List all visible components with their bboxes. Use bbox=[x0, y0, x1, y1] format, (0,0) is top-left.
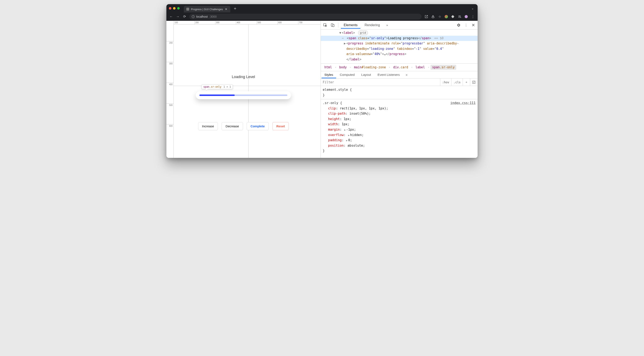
svg-rect-4 bbox=[332, 24, 334, 27]
devtools-tabs: Elements Rendering » ⋮ ✕ bbox=[321, 21, 478, 30]
reading-list-icon[interactable] bbox=[458, 15, 462, 19]
inspect-element-icon[interactable] bbox=[322, 22, 328, 28]
open-external-icon[interactable] bbox=[424, 15, 428, 19]
minimize-window-button[interactable] bbox=[173, 7, 176, 10]
breadcrumb-item[interactable]: body bbox=[338, 65, 348, 70]
page-preview: 100200300400500600700 200300400500600 Lo… bbox=[166, 21, 320, 158]
css-declaration[interactable]: height: 1px; bbox=[323, 116, 476, 122]
ruler-tick: 100 bbox=[174, 21, 194, 24]
css-declaration[interactable]: position: absolute; bbox=[323, 143, 476, 148]
dom-node-progress[interactable]: ▶<progress indeterminate role="progressb… bbox=[321, 41, 478, 46]
devtools-menu-icon[interactable]: ⋮ bbox=[463, 22, 469, 28]
cls-toggle[interactable]: .cls bbox=[451, 79, 463, 86]
zoom-window-button[interactable] bbox=[177, 7, 180, 10]
progress-bar bbox=[200, 94, 287, 96]
breadcrumb-item[interactable]: div.card bbox=[392, 65, 410, 70]
url-bar[interactable]: i localhost:3000 bbox=[189, 14, 422, 20]
ruler-tick: 500 bbox=[166, 103, 174, 124]
tabs-overflow-icon[interactable]: » bbox=[384, 22, 390, 28]
hov-toggle[interactable]: :hov bbox=[440, 79, 452, 86]
tab-event-listeners[interactable]: Event Listeners bbox=[375, 71, 403, 78]
styles-body[interactable]: element.style { } index.css:111 .sr-only… bbox=[321, 86, 478, 158]
page-heading: Loading Level bbox=[196, 75, 291, 79]
dom-tree[interactable]: ▼<label> grid <span class="sr-only">Load… bbox=[321, 30, 478, 63]
computed-styles-toggle-icon[interactable] bbox=[470, 79, 478, 86]
browser-menu-button[interactable]: ⋮ bbox=[471, 15, 475, 19]
tooltip-dimensions: 1 × 1 bbox=[224, 85, 231, 88]
ruler-tick: 600 bbox=[166, 124, 174, 145]
close-tab-button[interactable]: ✕ bbox=[224, 8, 228, 11]
breadcrumb-item[interactable]: html bbox=[323, 65, 334, 70]
rule-source-link[interactable]: index.css:111 bbox=[450, 101, 476, 106]
tab-styles[interactable]: Styles bbox=[322, 71, 336, 78]
new-tab-button[interactable]: ＋ bbox=[232, 6, 238, 11]
decrease-button[interactable]: Decrease bbox=[222, 122, 243, 130]
devtools-close-button[interactable]: ✕ bbox=[470, 23, 476, 28]
css-declaration[interactable]: clip-path: inset(50%); bbox=[323, 111, 476, 116]
device-toolbar-icon[interactable] bbox=[330, 22, 336, 28]
dom-node-label[interactable]: ▼<label> grid bbox=[321, 30, 478, 36]
css-declaration[interactable]: padding: ▶0; bbox=[323, 138, 476, 143]
grid-badge[interactable]: grid bbox=[358, 31, 368, 35]
dom-node-progress-end[interactable]: ▶aria-valuenow="40%">…</progress> bbox=[321, 52, 478, 57]
progress-card bbox=[196, 91, 291, 99]
dom-node-progress-cont[interactable]: ▶describedby="loading-zone" tabindex="-1… bbox=[321, 46, 478, 52]
ruler-vertical: 200300400500600 bbox=[166, 25, 174, 158]
share-icon[interactable] bbox=[431, 15, 435, 19]
url-port: :3000 bbox=[209, 15, 216, 18]
increase-button[interactable]: Increase bbox=[198, 122, 218, 130]
ruler-tick: 600 bbox=[278, 21, 298, 24]
ruler-tick: 200 bbox=[194, 21, 215, 24]
browser-toolbar: ← → ⟳ i localhost:3000 ☆ ⋮ bbox=[166, 13, 478, 21]
back-button[interactable]: ← bbox=[169, 15, 173, 19]
window-controls bbox=[169, 4, 180, 13]
breadcrumb-item[interactable]: main#loading-zone bbox=[352, 65, 388, 70]
browser-tab[interactable]: Progress | GUI Challenges ✕ bbox=[184, 6, 230, 13]
forward-button[interactable]: → bbox=[176, 15, 180, 19]
dom-node-label-close[interactable]: ▶</label> bbox=[321, 57, 478, 62]
tab-layout[interactable]: Layout bbox=[358, 71, 374, 78]
progress-fill bbox=[200, 94, 235, 96]
styles-tabs: Styles Computed Layout Event Listeners » bbox=[321, 71, 478, 79]
settings-gear-icon[interactable] bbox=[456, 22, 462, 28]
styles-toolbar: :hov .cls ＋ bbox=[321, 79, 478, 86]
reload-button[interactable]: ⟳ bbox=[182, 15, 186, 19]
dom-breadcrumbs[interactable]: html›body›main#loading-zone›div.card›lab… bbox=[321, 63, 478, 71]
tabs-overflow-button[interactable]: ⌄ bbox=[472, 7, 475, 10]
breadcrumb-item[interactable]: span.sr-only bbox=[430, 65, 456, 70]
site-info-icon[interactable]: i bbox=[192, 15, 194, 18]
tooltip-class: .sr-only bbox=[209, 85, 222, 88]
ruler-tick: 700 bbox=[298, 21, 319, 24]
tab-computed[interactable]: Computed bbox=[337, 71, 358, 78]
styles-tabs-overflow-icon[interactable]: » bbox=[404, 72, 410, 78]
tab-rendering[interactable]: Rendering bbox=[362, 22, 383, 29]
ruler-horizontal: 100200300400500600700 bbox=[174, 21, 320, 25]
reset-button[interactable]: Reset bbox=[272, 122, 289, 130]
dom-node-span-selected[interactable]: <span class="sr-only">Loading progress</… bbox=[321, 36, 478, 41]
favicon-icon bbox=[186, 8, 189, 11]
close-window-button[interactable] bbox=[169, 7, 171, 10]
inspect-tooltip: span.sr-only 1 × 1 bbox=[202, 85, 233, 89]
ruler-tick: 400 bbox=[166, 83, 174, 103]
css-rule[interactable]: index.css:111 .sr-only { clip: rect(1px,… bbox=[323, 101, 476, 154]
tab-title: Progress | GUI Challenges bbox=[191, 8, 223, 11]
css-declaration[interactable]: margin: ▶-1px; bbox=[323, 127, 476, 132]
extensions-icon[interactable] bbox=[451, 15, 455, 19]
element-style-rule[interactable]: element.style { bbox=[323, 87, 476, 93]
ruler-tick: 400 bbox=[236, 21, 257, 24]
tooltip-tag: span bbox=[203, 85, 209, 88]
styles-filter-input[interactable] bbox=[321, 80, 440, 84]
css-declaration[interactable]: overflow: ▶hidden; bbox=[323, 132, 476, 138]
tab-elements[interactable]: Elements bbox=[341, 22, 360, 29]
css-declaration[interactable]: clip: rect(1px, 1px, 1px, 1px); bbox=[323, 106, 476, 111]
url-host: localhost bbox=[196, 15, 208, 18]
breadcrumb-item[interactable]: label bbox=[414, 65, 426, 70]
profile-avatar-icon[interactable] bbox=[464, 15, 468, 19]
complete-button[interactable]: Complete bbox=[247, 122, 269, 130]
extension-badge-icon[interactable] bbox=[444, 15, 448, 19]
css-declaration[interactable]: width: 1px; bbox=[323, 122, 476, 127]
browser-window: Progress | GUI Challenges ✕ ＋ ⌄ ← → ⟳ i … bbox=[166, 4, 478, 158]
bookmark-star-icon[interactable]: ☆ bbox=[438, 15, 442, 19]
svg-point-1 bbox=[465, 15, 468, 18]
new-style-rule-button[interactable]: ＋ bbox=[463, 79, 470, 86]
